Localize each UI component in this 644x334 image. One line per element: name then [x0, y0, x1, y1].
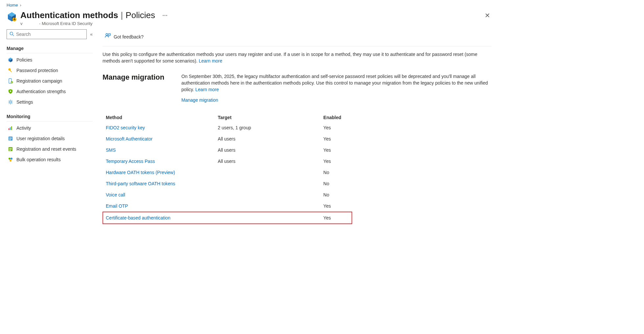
method-enabled: Yes [323, 136, 349, 141]
page-header: Authentication methods | Policies ⋯ v - … [0, 9, 499, 27]
svg-point-39 [106, 34, 108, 36]
chevron-right-icon: › [20, 3, 21, 8]
gear-icon [8, 99, 13, 105]
method-link[interactable]: Certificate-based authentication [106, 215, 218, 220]
method-link[interactable]: Temporary Access Pass [106, 159, 218, 164]
feedback-icon: ? [104, 33, 111, 41]
main-content: ? Got feedback? Use this policy to confi… [99, 29, 499, 224]
policies-icon [8, 57, 13, 63]
svg-rect-12 [10, 70, 12, 72]
method-link[interactable]: Third-party software OATH tokens [106, 181, 218, 186]
method-link[interactable]: FIDO2 security key [106, 125, 218, 130]
sidebar-item-policies[interactable]: Policies [7, 55, 93, 65]
sidebar-item-label: Registration and reset events [16, 146, 76, 152]
col-header-method: Method [106, 115, 218, 120]
search-box[interactable] [7, 29, 87, 39]
page-title-sub: Policies [126, 10, 155, 20]
sidebar-item-label: Policies [16, 57, 32, 63]
sidebar-item-password-protection[interactable]: Password protection [7, 65, 93, 76]
svg-rect-30 [9, 139, 12, 139]
collapse-sidebar-button[interactable]: « [90, 32, 93, 37]
svg-rect-33 [9, 148, 12, 149]
toolbar: ? Got feedback? [103, 29, 492, 46]
table-row[interactable]: Hardware OATH tokens (Preview)No [103, 167, 352, 178]
table-row[interactable]: Third-party software OATH tokensNo [103, 178, 352, 189]
svg-point-36 [9, 158, 11, 160]
feedback-label: Got feedback? [114, 34, 144, 39]
table-row[interactable]: SMSAll usersYes [103, 144, 352, 156]
intro-text: Use this policy to configure the authent… [103, 46, 492, 67]
title-separator: | [121, 10, 123, 20]
method-enabled: No [323, 170, 349, 175]
method-target: All users [218, 159, 323, 164]
table-row[interactable]: Temporary Access PassAll usersYes [103, 156, 352, 167]
table-row[interactable]: Email OTPYes [103, 200, 352, 212]
org-subtitle: v - Microsoft Entra ID Security [20, 21, 482, 26]
auth-methods-icon [7, 12, 17, 22]
svg-line-7 [12, 35, 14, 36]
svg-line-24 [12, 100, 12, 101]
breadcrumb-home[interactable]: Home [7, 3, 18, 8]
bulk-icon [8, 157, 13, 162]
sidebar-item-label: Activity [16, 125, 31, 131]
method-enabled: Yes [323, 125, 349, 130]
svg-rect-35 [9, 150, 11, 151]
key-icon [8, 68, 13, 73]
svg-point-11 [9, 68, 11, 71]
sidebar-item-settings[interactable]: Settings [7, 97, 93, 107]
sidebar-item-label: Settings [16, 99, 33, 105]
details-icon [8, 136, 13, 141]
svg-rect-27 [11, 126, 12, 130]
sidebar-item-label: Password protection [16, 68, 58, 73]
method-enabled: Yes [323, 215, 349, 220]
svg-point-37 [11, 158, 12, 160]
migration-title: Manage migration [103, 73, 168, 82]
search-icon [10, 32, 14, 37]
method-enabled: No [323, 181, 349, 186]
close-button[interactable]: ✕ [482, 10, 493, 21]
method-enabled: Yes [323, 203, 349, 209]
method-enabled: No [323, 192, 349, 197]
method-link[interactable]: SMS [106, 147, 218, 153]
svg-rect-29 [9, 138, 12, 138]
method-link[interactable]: Email OTP [106, 203, 218, 209]
migration-description: On September 30th, 2025, the legacy mult… [181, 74, 488, 92]
page-title-main: Authentication methods [20, 10, 118, 20]
svg-point-16 [10, 101, 12, 103]
migration-learn-more-link[interactable]: Learn more [196, 87, 219, 92]
svg-rect-34 [9, 149, 12, 150]
col-header-enabled: Enabled [323, 115, 349, 120]
sidebar-item-activity[interactable]: Activity [7, 123, 93, 133]
svg-rect-4 [14, 17, 15, 19]
svg-rect-25 [9, 128, 10, 130]
table-row[interactable]: FIDO2 security key2 users, 1 groupYes [103, 122, 352, 133]
nav-group-label: Monitoring [7, 112, 93, 121]
method-link[interactable]: Microsoft Authenticator [106, 136, 218, 141]
svg-line-22 [12, 103, 12, 104]
shield-icon [8, 89, 13, 94]
sidebar-item-label: Authentication strengths [16, 89, 66, 94]
table-row[interactable]: Voice callNo [103, 189, 352, 200]
more-actions-button[interactable]: ⋯ [162, 12, 168, 18]
sidebar-item-authentication-strengths[interactable]: Authentication strengths [7, 86, 93, 97]
sidebar-item-label: Registration campaign [16, 78, 62, 84]
sidebar-item-registration-campaign[interactable]: Registration campaign [7, 76, 93, 86]
method-target: All users [218, 147, 323, 153]
sidebar-item-registration-and-reset-events[interactable]: Registration and reset events [7, 144, 93, 154]
sidebar-item-user-registration-details[interactable]: User registration details [7, 133, 93, 144]
feedback-button[interactable]: ? Got feedback? [103, 31, 146, 42]
search-input[interactable] [16, 32, 84, 37]
method-link[interactable]: Hardware OATH tokens (Preview) [106, 170, 218, 175]
intro-learn-more-link[interactable]: Learn more [199, 58, 222, 64]
method-target: 2 users, 1 group [218, 125, 323, 130]
table-row[interactable]: Microsoft AuthenticatorAll usersYes [103, 133, 352, 144]
breadcrumb: Home › [0, 0, 499, 9]
manage-migration-link[interactable]: Manage migration [181, 97, 218, 103]
svg-point-15 [10, 90, 11, 92]
migration-section: Manage migration On September 30th, 2025… [103, 67, 492, 107]
table-row[interactable]: Certificate-based authenticationYes [103, 212, 352, 224]
svg-point-6 [10, 32, 13, 35]
sidebar-item-bulk-operation-results[interactable]: Bulk operation results [7, 154, 93, 165]
method-enabled: Yes [323, 159, 349, 164]
method-link[interactable]: Voice call [106, 192, 218, 197]
